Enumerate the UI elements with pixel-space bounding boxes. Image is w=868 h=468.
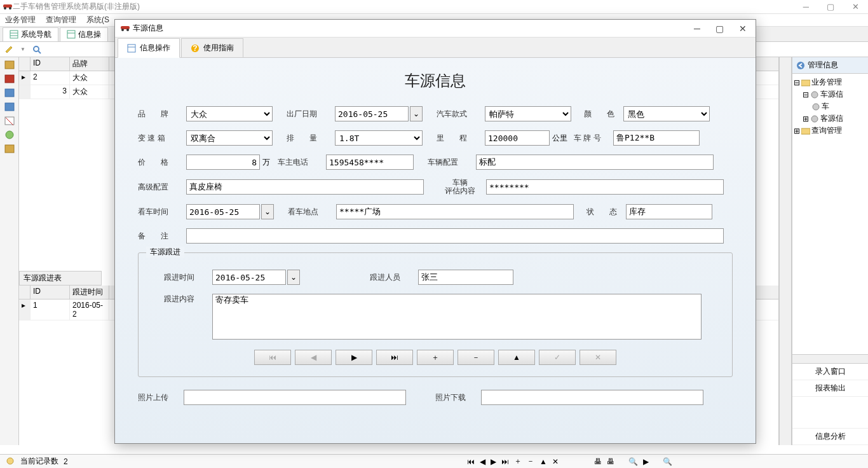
main-maximize-button[interactable]: ▢ <box>827 2 834 11</box>
find-icon[interactable]: 🔍 <box>628 457 638 466</box>
mileage-input[interactable] <box>485 130 550 146</box>
info-analysis-button[interactable]: 信息分析 <box>792 429 868 445</box>
nav-remove-icon[interactable]: － <box>527 456 534 467</box>
nav-confirm-button[interactable]: ✓ <box>539 350 576 365</box>
model-select[interactable]: 帕萨特 <box>485 106 571 121</box>
eval-input[interactable] <box>486 179 724 195</box>
color-select[interactable]: 黑色 <box>623 106 710 121</box>
mfg-date-input[interactable] <box>335 106 409 121</box>
sidebar-icon-6[interactable] <box>4 130 15 140</box>
play-icon[interactable]: ▶ <box>643 457 649 466</box>
sidebar-icon-1[interactable] <box>4 60 15 70</box>
adv-config-label: 高级配置 <box>138 182 186 193</box>
menu-query[interactable]: 查询管理 <box>46 15 76 25</box>
eval-label: 车辆 评估内容 <box>438 179 486 195</box>
tree-node-query[interactable]: ⊞ 查询管理 <box>794 125 867 137</box>
right-bottom-buttons: 录入窗口 报表输出 信息分析 <box>792 363 868 445</box>
svg-point-8 <box>34 46 39 52</box>
nav-up-icon[interactable]: ▲ <box>539 457 547 466</box>
gearbox-select[interactable]: 双离合 <box>186 130 273 146</box>
tree-node-car[interactable]: 车 <box>794 100 867 113</box>
print-icon[interactable]: 🖶 <box>594 457 602 466</box>
main-close-button[interactable]: ✕ <box>852 2 859 11</box>
edit-button[interactable] <box>3 43 15 56</box>
sub-col-id[interactable]: ID <box>31 286 70 299</box>
tree-node-car-source[interactable]: ⊟ 车源信 <box>794 88 867 100</box>
cell-brand: 大众 <box>70 71 109 85</box>
owner-phone-input[interactable] <box>326 155 414 170</box>
followup-time-picker-button[interactable]: ⌄ <box>287 270 300 285</box>
nav-next-icon[interactable]: ▶ <box>491 457 496 466</box>
report-output-button[interactable]: 报表输出 <box>792 380 868 397</box>
dialog-minimize-button[interactable]: ─ <box>694 24 700 34</box>
config-input[interactable] <box>476 155 714 170</box>
cell-id: 3 <box>31 85 70 99</box>
nav-add-button[interactable]: ＋ <box>417 350 454 365</box>
menu-system[interactable]: 系统(S <box>86 15 109 25</box>
expand-icon[interactable]: ⊞ <box>803 114 809 123</box>
mfg-date-picker-button[interactable]: ⌄ <box>410 106 423 121</box>
tab-usage-guide[interactable]: ? 使用指南 <box>181 38 243 58</box>
followup-time-input[interactable] <box>212 270 286 285</box>
photo-upload-label: 照片上传 <box>138 392 179 403</box>
nav-last-icon[interactable]: ⏭ <box>501 457 509 466</box>
left-icon-bar <box>0 57 19 445</box>
sidebar-icon-7[interactable] <box>4 144 15 154</box>
view-time-picker-button[interactable]: ⌄ <box>261 204 274 219</box>
dialog-close-button[interactable]: ✕ <box>739 24 747 34</box>
expand-icon[interactable]: ⊞ <box>794 127 800 135</box>
zoom-icon[interactable]: 🔍 <box>663 457 672 466</box>
sidebar-icon-5[interactable] <box>4 116 15 126</box>
nav-cancel-icon[interactable]: ✕ <box>552 457 559 466</box>
nav-cancel-button[interactable]: ✕ <box>580 350 616 365</box>
search-button[interactable] <box>31 43 43 56</box>
tab-system-nav[interactable]: 系统导航 <box>3 27 58 41</box>
tree-node-business[interactable]: ⊟ 业务管理 <box>794 76 867 88</box>
print-icon-2[interactable]: 🖶 <box>607 457 614 466</box>
nav-last-button[interactable]: ⏭ <box>376 350 413 365</box>
sidebar-icon-3[interactable] <box>4 88 15 98</box>
status-input[interactable] <box>626 204 712 219</box>
entry-window-button[interactable]: 录入窗口 <box>792 364 868 380</box>
scrollbar-horizontal[interactable] <box>792 354 868 363</box>
view-time-input[interactable] <box>186 204 260 219</box>
dialog-maximize-button[interactable]: ▢ <box>715 24 724 34</box>
main-minimize-button[interactable]: ─ <box>803 2 809 11</box>
back-icon[interactable] <box>796 61 805 70</box>
svg-rect-11 <box>5 75 14 83</box>
view-place-input[interactable] <box>336 204 574 219</box>
displacement-select[interactable]: 1.8T <box>335 130 423 146</box>
tab-info-operation[interactable]: 信息操作 <box>118 38 180 58</box>
form-heading: 车源信息 <box>138 71 733 91</box>
nav-prev-icon[interactable]: ◀ <box>480 457 485 466</box>
scrollbar-vertical[interactable] <box>779 57 792 445</box>
adv-config-input[interactable] <box>186 179 424 195</box>
nav-next-button[interactable]: ▶ <box>336 350 372 365</box>
main-window-title: 二手车销售管理系统简易版(非注册版) <box>13 1 803 12</box>
expand-icon[interactable]: ⊟ <box>803 90 809 99</box>
tree-node-customer[interactable]: ⊞ 客源信 <box>794 113 867 125</box>
sidebar-icon-4[interactable] <box>4 102 15 112</box>
remark-input[interactable] <box>186 228 724 244</box>
tab-info-ops[interactable]: 信息操 <box>60 27 108 41</box>
expand-icon[interactable]: ⊟ <box>794 78 800 87</box>
photo-download-input[interactable] <box>481 390 703 405</box>
nav-remove-button[interactable]: － <box>458 350 494 365</box>
sidebar-icon-2[interactable] <box>4 74 15 84</box>
nav-first-button[interactable]: ⏮ <box>254 350 291 365</box>
brand-select[interactable]: 大众 <box>186 106 273 121</box>
sub-col-time[interactable]: 跟进时间 <box>70 286 109 299</box>
col-brand-header[interactable]: 品牌 <box>70 57 109 71</box>
nav-prev-button[interactable]: ◀ <box>295 350 332 365</box>
menu-business[interactable]: 业务管理 <box>5 15 36 25</box>
nav-add-icon[interactable]: ＋ <box>514 456 522 467</box>
photo-upload-input[interactable] <box>184 390 406 405</box>
nav-edit-button[interactable]: ▲ <box>498 350 535 365</box>
plate-input[interactable] <box>613 130 700 146</box>
dropdown-arrow-icon[interactable]: ▼ <box>20 46 25 52</box>
price-input[interactable] <box>186 155 260 170</box>
nav-first-icon[interactable]: ⏮ <box>467 457 475 466</box>
col-id-header[interactable]: ID <box>31 57 70 71</box>
followup-person-input[interactable] <box>418 270 513 285</box>
followup-content-input[interactable] <box>212 294 702 340</box>
